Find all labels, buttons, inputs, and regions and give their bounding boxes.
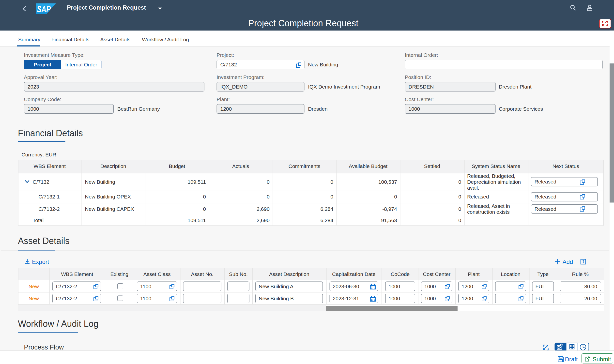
svg-text:SAP: SAP: [37, 4, 51, 14]
